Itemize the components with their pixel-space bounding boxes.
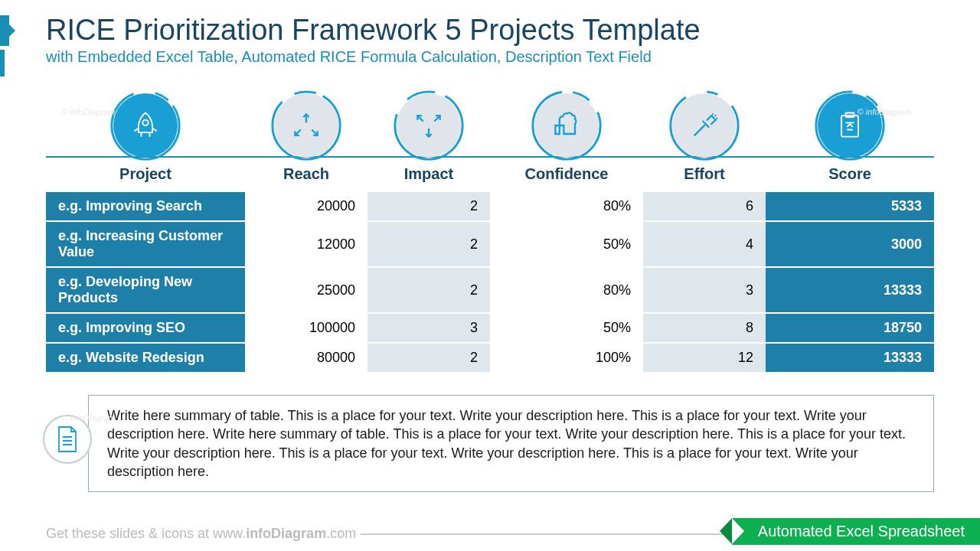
cell-impact: 2 (368, 191, 490, 221)
reach-icon (274, 93, 338, 158)
ribbon-badge: Automated Excel Spreadsheet (732, 518, 980, 545)
cell-confidence: 80% (490, 267, 643, 313)
cell-effort: 3 (643, 267, 766, 313)
cell-confidence: 80% (490, 191, 643, 221)
svg-point-3 (395, 92, 462, 159)
accent-side (0, 50, 5, 77)
project-icon (113, 93, 178, 158)
table-row: e.g. Increasing Customer Value12000250%4… (46, 221, 934, 267)
cell-score: 5333 (766, 191, 934, 221)
cell-project: e.g. Improving SEO (46, 313, 245, 343)
cell-impact: 2 (368, 267, 490, 313)
svg-point-6 (816, 92, 884, 159)
col-project: Project (46, 158, 245, 191)
cell-effort: 6 (643, 191, 766, 221)
column-icons-row (46, 85, 934, 158)
accent-marker (0, 15, 9, 46)
col-effort: Effort (643, 158, 766, 191)
data-table: Project Reach Impact Confidence Effort S… (46, 158, 934, 372)
header-row: Project Reach Impact Confidence Effort S… (46, 158, 934, 191)
footer-text: Get these slides & icons at www.infoDiag… (46, 526, 361, 542)
col-impact: Impact (368, 158, 490, 191)
svg-point-2 (273, 92, 340, 159)
cell-score: 13333 (766, 343, 934, 372)
confidence-icon (534, 93, 599, 158)
description-box: Write here summary of table. This is a p… (88, 395, 934, 492)
cell-effort: 8 (643, 313, 766, 343)
cell-score: 3000 (766, 221, 934, 267)
rice-table: Project Reach Impact Confidence Effort S… (46, 85, 934, 372)
description-text: Write here summary of table. This is a p… (107, 406, 915, 481)
table-row: e.g. Improving Search20000280%65333 (46, 191, 934, 221)
cell-reach: 100000 (245, 313, 368, 343)
cell-confidence: 50% (490, 313, 643, 343)
document-icon (43, 415, 92, 464)
cell-score: 18750 (766, 313, 934, 343)
cell-project: e.g. Increasing Customer Value (46, 221, 245, 267)
cell-project: e.g. Developing New Products (46, 267, 245, 313)
score-icon (818, 93, 882, 158)
footer-suffix: .com (326, 526, 356, 541)
effort-icon (672, 93, 737, 158)
page-title: RICE Prioritization Framework 5 Projects… (46, 14, 934, 47)
cell-impact: 2 (368, 343, 490, 372)
svg-point-0 (112, 92, 179, 159)
footer-prefix: Get these slides & icons at www. (46, 526, 246, 541)
cell-effort: 12 (643, 343, 766, 372)
page-subtitle: with Embedded Excel Table, Automated RIC… (46, 48, 934, 66)
cell-score: 13333 (766, 267, 934, 313)
cell-reach: 20000 (245, 191, 368, 221)
table-row: e.g. Website Redesign800002100%1213333 (46, 343, 934, 372)
cell-project: e.g. Improving Search (46, 191, 245, 221)
col-score: Score (766, 158, 934, 191)
cell-reach: 12000 (245, 221, 368, 267)
title-block: RICE Prioritization Framework 5 Projects… (0, 0, 980, 73)
footer-brand: infoDiagram (246, 526, 326, 541)
col-confidence: Confidence (490, 158, 643, 191)
svg-point-5 (671, 92, 738, 159)
table-row: e.g. Developing New Products25000280%313… (46, 267, 934, 313)
table-row: e.g. Improving SEO100000350%818750 (46, 313, 934, 343)
impact-icon (397, 93, 461, 158)
cell-impact: 2 (368, 221, 490, 267)
cell-confidence: 100% (490, 343, 643, 372)
cell-reach: 80000 (245, 343, 368, 372)
cell-effort: 4 (643, 221, 766, 267)
col-reach: Reach (245, 158, 368, 191)
cell-project: e.g. Website Redesign (46, 343, 245, 372)
svg-point-4 (533, 92, 600, 159)
cell-confidence: 50% (490, 221, 643, 267)
cell-reach: 25000 (245, 267, 368, 313)
cell-impact: 3 (368, 313, 490, 343)
